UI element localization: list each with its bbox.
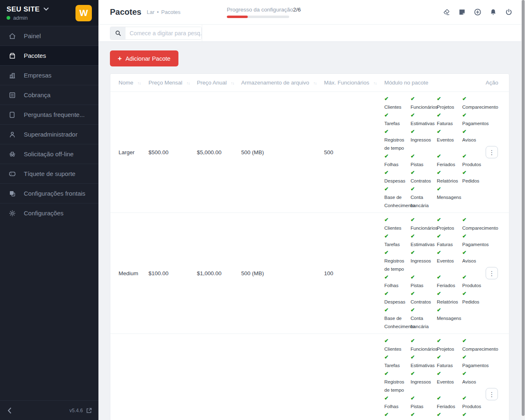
breadcrumb-current: Pacotes [161, 9, 180, 15]
search-icon[interactable] [110, 27, 126, 39]
check-icon: ✔ [384, 370, 411, 378]
check-icon: ✔ [384, 249, 411, 257]
package-max-employees: 500 [324, 92, 384, 213]
check-icon: ✔ [384, 232, 411, 240]
check-icon: ✔ [411, 306, 437, 314]
package-annual-price: $5,000.00 [197, 92, 241, 213]
module-item: ✔ Feriados [437, 273, 462, 290]
check-icon: ✔ [384, 169, 411, 177]
collapse-sidebar-icon[interactable] [7, 407, 11, 414]
note-icon[interactable] [458, 8, 466, 16]
check-icon: ✔ [384, 337, 411, 345]
sidebar-item-configuracoes[interactable]: Configurações [0, 203, 98, 223]
sort-icon[interactable]: ↑↓ [373, 81, 377, 85]
topbar: Pacotes Lar • Pacotes Progresso da confi… [98, 0, 525, 25]
module-label: Folhas [384, 160, 411, 169]
module-label: Produtos [462, 402, 486, 411]
sort-icon[interactable]: ↑↓ [187, 81, 190, 85]
check-icon: ✔ [437, 394, 462, 402]
module-label: Pistas [411, 402, 437, 411]
scrollbar-thumb[interactable] [522, 0, 525, 416]
module-item: ✔ Despesas [384, 411, 411, 420]
add-package-button[interactable]: + Adicionar Pacote [110, 50, 178, 66]
check-icon: ✔ [437, 111, 462, 119]
column-header-preco-mensal[interactable]: Preço Mensal↑↓ [148, 74, 197, 92]
check-icon: ✔ [411, 95, 437, 103]
sort-icon[interactable]: ↑↓ [137, 81, 141, 85]
breadcrumb: Lar • Pacotes [147, 9, 180, 15]
check-icon: ✔ [462, 111, 486, 119]
module-label: Pedidos [462, 298, 486, 306]
table-row: Medium $100.00 $1,000.00 500 (MB) 100 ✔ … [110, 213, 509, 334]
module-item: ✔ Pedidos [462, 290, 486, 306]
module-item: ✔ Conta bancária [411, 185, 437, 210]
sidebar-item-configuracoes-frontais[interactable]: Configurações frontais [0, 183, 98, 203]
module-label: Relatórios [437, 177, 462, 185]
column-header-preco-anual[interactable]: Preço Anual↑↓ [197, 74, 241, 92]
module-label: Base de Conhecimento [384, 193, 411, 210]
packages-table: Nome↑↓ Preço Mensal↑↓ Preço Anual↑↓ Arma… [110, 74, 509, 420]
sidebar-item-label: Configurações [24, 210, 64, 217]
setup-progress-value: 2/6 [293, 7, 301, 13]
module-label: Funcionários [411, 103, 437, 111]
module-label: Projetos [437, 103, 462, 111]
module-label: Pistas [411, 281, 437, 290]
bell-icon[interactable] [489, 8, 497, 16]
table-row: ✔ Clientes ✔ Funcionários ✔ Projetos ✔ C… [110, 334, 509, 420]
module-item: ✔ Faturas [437, 111, 462, 128]
main-area: Pacotes Lar • Pacotes Progresso da confi… [98, 0, 525, 420]
check-icon: ✔ [437, 306, 462, 314]
check-icon: ✔ [411, 337, 437, 345]
module-label: Avisos [462, 378, 486, 386]
row-actions-button[interactable]: ⋮ [486, 267, 498, 279]
check-icon: ✔ [384, 411, 411, 419]
module-label: Avisos [462, 136, 486, 144]
setup-progress[interactable]: Progresso da configuração2/6 [227, 7, 301, 18]
row-actions-button[interactable]: ⋮ [486, 388, 498, 400]
sort-icon[interactable]: ↑↓ [231, 81, 234, 85]
package-annual-price: $1,000.00 [197, 213, 241, 334]
check-icon: ✔ [462, 370, 486, 378]
row-actions-button[interactable]: ⋮ [486, 146, 498, 158]
plus-circle-icon[interactable] [474, 8, 482, 16]
column-header-max-funcionarios[interactable]: Máx. Funcionários↑↓ [324, 74, 384, 92]
module-label: Estimativas [411, 361, 437, 370]
kebab-menu-icon: ⋮ [489, 149, 495, 155]
check-icon: ✔ [384, 95, 411, 103]
external-link-icon[interactable] [86, 408, 92, 413]
app-logo[interactable]: W [75, 5, 92, 21]
check-icon: ✔ [411, 185, 437, 193]
column-header-armazenamento[interactable]: Armazenamento de arquivo↑↓ [241, 74, 324, 92]
sidebar-item-solicitacao-offline[interactable]: Solicitação off-line [0, 144, 98, 164]
module-label: Faturas [437, 119, 462, 128]
check-icon: ✔ [462, 216, 486, 224]
sidebar-item-superadministrador[interactable]: Superadministrador [0, 124, 98, 144]
search-input[interactable] [126, 27, 202, 39]
module-item: ✔ Contratos [411, 290, 437, 306]
site-switcher[interactable]: SEU SITE admin [7, 5, 49, 21]
check-icon: ✔ [411, 273, 437, 281]
add-package-label: Adicionar Pacote [126, 55, 171, 62]
sidebar-item-tiquete-suporte[interactable]: Tíquete de suporte [0, 164, 98, 183]
app-version: v5.4.6 [69, 408, 83, 413]
sidebar-item-pacotes[interactable]: Pacotes [0, 46, 98, 65]
module-item: ✔ Produtos [462, 273, 486, 290]
column-header-nome[interactable]: Nome↑↓ [110, 74, 148, 92]
module-label: Faturas [437, 240, 462, 249]
chevron-down-icon [43, 7, 49, 11]
breadcrumb-home[interactable]: Lar [147, 9, 155, 15]
sidebar-item-perguntas-frequentes[interactable]: Perguntas frequente... [0, 105, 98, 124]
page-scrollbar[interactable] [521, 0, 525, 420]
module-item: ✔ Registros de tempo [384, 249, 411, 273]
home-icon [8, 32, 16, 40]
sidebar-item-empresas[interactable]: Empresas [0, 65, 98, 85]
module-label: Tarefas [384, 361, 411, 370]
module-item: ✔ Faturas [437, 232, 462, 249]
power-icon[interactable] [505, 8, 513, 16]
eraser-icon[interactable] [443, 8, 450, 16]
sidebar-item-painel[interactable]: Painel [0, 26, 98, 46]
sort-icon[interactable]: ↑↓ [313, 81, 317, 85]
module-item: ✔ Pagamentos [462, 111, 486, 128]
sidebar-item-cobranca[interactable]: Cobrança [0, 85, 98, 105]
module-label: Folhas [384, 281, 411, 290]
